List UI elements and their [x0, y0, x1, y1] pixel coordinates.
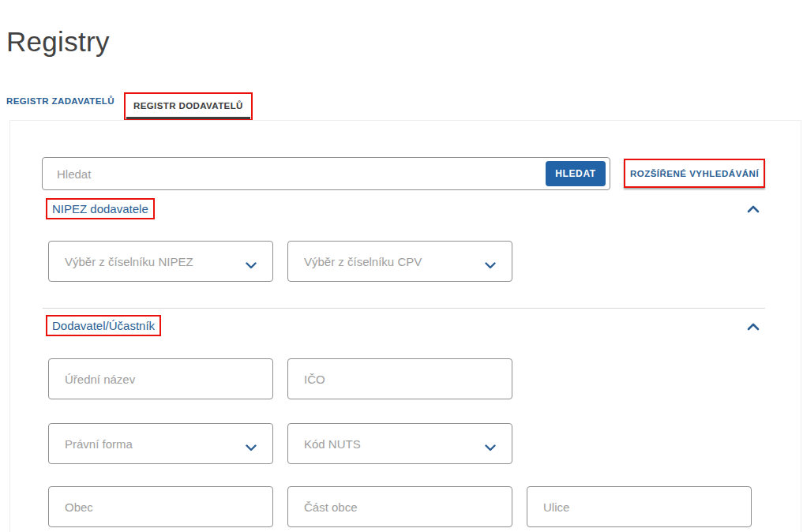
input-cast-obce[interactable] [287, 486, 512, 527]
chevron-up-icon[interactable] [747, 320, 760, 330]
select-placeholder: Výběr z číselníku CPV [304, 255, 422, 268]
active-tab-indicator [126, 117, 250, 119]
select-placeholder: Právní forma [65, 437, 133, 451]
tab-registr-dodavatelu[interactable]: REGISTR DODAVATELŮ [124, 92, 253, 121]
input-ico[interactable] [287, 358, 512, 399]
section-divider [43, 308, 765, 309]
input-obec[interactable] [48, 486, 273, 527]
select-nipez[interactable]: Výběr z číselníku NIPEZ [48, 241, 273, 282]
search-button[interactable]: HLEDAT [546, 161, 606, 186]
search-input[interactable] [43, 158, 532, 189]
section-title-nipez: NIPEZ dodavatele [46, 198, 155, 219]
tab-registr-zadavatelu[interactable]: REGISTR ZADAVATELŮ [6, 96, 114, 106]
select-pravni-forma[interactable]: Právní forma [48, 423, 273, 464]
chevron-down-icon [246, 258, 257, 272]
select-cpv[interactable]: Výběr z číselníku CPV [287, 241, 512, 282]
select-kod-nuts[interactable]: Kód NUTS [287, 423, 512, 464]
search-field: HLEDAT [42, 157, 610, 190]
advanced-search-button[interactable]: ROZŠÍŘENÉ VYHLEDÁVÁNÍ [624, 159, 765, 188]
search-panel: HLEDAT ROZŠÍŘENÉ VYHLEDÁVÁNÍ NIPEZ dodav… [9, 120, 801, 532]
select-placeholder: Kód NUTS [304, 437, 361, 451]
chevron-down-icon [485, 258, 496, 272]
chevron-down-icon [485, 440, 496, 455]
page-title: Registry [6, 26, 110, 58]
section-title-dodavatel: Dodavatel/Účastník [46, 315, 161, 336]
input-ulice[interactable] [527, 486, 752, 527]
select-placeholder: Výběr z číselníku NIPEZ [65, 255, 193, 268]
chevron-up-icon[interactable] [747, 203, 760, 212]
tab-label: REGISTR DODAVATELŮ [133, 101, 243, 111]
chevron-down-icon [246, 440, 257, 455]
input-uredni-nazev[interactable] [48, 358, 273, 399]
